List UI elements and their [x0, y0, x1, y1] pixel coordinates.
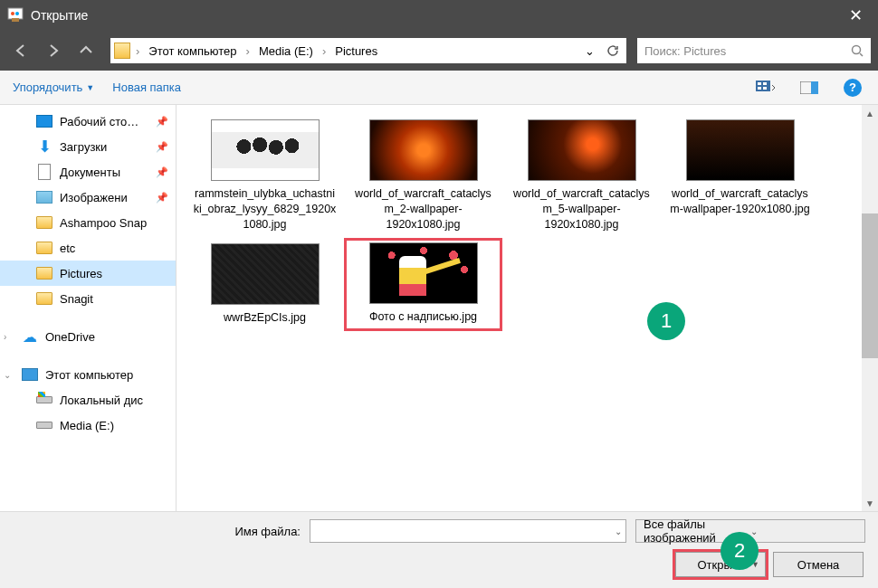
new-folder-button[interactable]: Новая папка — [112, 81, 181, 94]
thumbnail-image — [528, 119, 636, 181]
folder-icon — [114, 43, 130, 59]
breadcrumb-seg-1[interactable]: Media (E:) — [255, 43, 317, 60]
callout-1: 1 — [647, 302, 685, 340]
document-icon — [38, 164, 51, 180]
view-mode-button[interactable] — [753, 77, 778, 99]
close-button[interactable]: ✕ — [840, 5, 871, 25]
thumbnail-image — [211, 119, 320, 181]
pin-icon: 📌 — [156, 116, 168, 128]
file-thumb[interactable]: world_of_warcraft_cataclysm_2-wallpaper-… — [344, 114, 502, 238]
download-icon: ⬇ — [36, 138, 52, 155]
svg-rect-6 — [758, 82, 761, 85]
chevron-right-icon: › — [243, 44, 253, 58]
search-input[interactable]: Поиск: Pictures — [637, 38, 871, 63]
image-icon — [36, 191, 52, 204]
file-thumb[interactable]: world_of_warcraft_cataclysm_5-wallpaper-… — [502, 114, 661, 238]
breadcrumb-seg-0[interactable]: Этот компьютер — [145, 43, 240, 60]
nav-back-button[interactable] — [7, 37, 34, 64]
disk-icon — [36, 422, 52, 429]
scrollbar-thumb[interactable] — [862, 213, 878, 358]
chevron-down-icon[interactable]: ⌄ — [615, 526, 622, 536]
file-name-label: world_of_warcraft_cataclysm_5-wallpaper-… — [510, 186, 654, 232]
sidebar-item-images[interactable]: Изображени📌 — [0, 185, 176, 210]
file-name-label: rammstein_ulybka_uchastniki_obraz_lysyy_… — [193, 186, 338, 232]
filename-input[interactable]: ⌄ — [310, 519, 626, 543]
filename-label: Имя файла: — [234, 525, 301, 538]
cloud-icon: ☁ — [22, 328, 38, 345]
folder-icon — [36, 216, 52, 229]
nav-forward-button[interactable] — [40, 37, 67, 64]
help-button[interactable]: ? — [840, 77, 865, 99]
chevron-down-icon: ⌄ — [4, 370, 14, 380]
folder-icon — [36, 292, 52, 305]
address-dropdown-button[interactable]: ⌄ — [579, 41, 599, 61]
address-bar[interactable]: › Этот компьютер › Media (E:) › Pictures… — [110, 38, 626, 63]
svg-rect-5 — [756, 81, 770, 91]
svg-point-2 — [15, 12, 19, 15]
open-dialog: Открытие ✕ › Этот компьютер › Media (E:)… — [0, 0, 878, 588]
sidebar-item-ashampoo[interactable]: Ashampoo Snap — [0, 210, 176, 235]
nav-bar: › Этот компьютер › Media (E:) › Pictures… — [0, 31, 878, 71]
sidebar-item-media-disk[interactable]: Media (E:) — [0, 413, 176, 438]
svg-point-1 — [11, 12, 14, 15]
disk-icon — [36, 396, 52, 403]
chevron-down-icon: ⌄ — [750, 526, 857, 536]
sidebar-item-thispc[interactable]: ⌄Этот компьютер — [0, 362, 176, 387]
dialog-footer: Имя файла: ⌄ Все файлы изображений ⌄ Отк… — [0, 511, 878, 588]
sidebar-item-desktop[interactable]: Рабочий сто…📌 — [0, 109, 176, 134]
sidebar: Рабочий сто…📌 ⬇Загрузки📌 Документы📌 Изоб… — [0, 105, 177, 511]
svg-rect-8 — [758, 87, 761, 90]
thumbnail-image — [211, 243, 320, 305]
svg-point-4 — [853, 46, 861, 54]
sidebar-item-local-disk[interactable]: Локальный дис — [0, 387, 176, 413]
sidebar-item-etc[interactable]: etc — [0, 235, 176, 261]
file-pane[interactable]: rammstein_ulybka_uchastniki_obraz_lysyy_… — [177, 105, 878, 511]
pin-icon: 📌 — [156, 166, 168, 178]
callout-2: 2 — [721, 532, 759, 570]
preview-pane-button[interactable] — [797, 77, 822, 99]
pin-icon: 📌 — [156, 141, 168, 153]
chevron-right-icon: › — [4, 332, 14, 342]
chevron-right-icon: › — [132, 44, 143, 58]
scroll-down-icon[interactable]: ▼ — [862, 495, 878, 511]
search-icon — [851, 44, 864, 57]
desktop-icon — [36, 115, 52, 128]
svg-rect-11 — [811, 81, 818, 94]
toolbar: Упорядочить ▼ Новая папка ? — [0, 71, 878, 105]
sidebar-item-documents[interactable]: Документы📌 — [0, 159, 176, 185]
chevron-right-icon: › — [319, 44, 329, 58]
file-thumb[interactable]: rammstein_ulybka_uchastniki_obraz_lysyy_… — [186, 114, 344, 238]
titlebar: Открытие ✕ — [0, 0, 878, 31]
address-refresh-button[interactable] — [603, 41, 623, 61]
paint-app-icon — [7, 7, 24, 24]
breadcrumb-seg-2[interactable]: Pictures — [331, 43, 381, 60]
file-thumb[interactable]: Фото с надписью.jpg — [344, 238, 502, 331]
file-name-label: Фото с надписью.jpg — [369, 309, 477, 325]
thumbnail-image — [369, 242, 478, 304]
sidebar-item-onedrive[interactable]: ›☁OneDrive — [0, 324, 176, 349]
folder-icon — [36, 242, 52, 254]
pc-icon — [22, 368, 38, 381]
file-thumb[interactable]: wwrBzEpCIs.jpg — [186, 238, 344, 331]
sidebar-item-pictures[interactable]: Pictures — [0, 261, 176, 286]
help-icon: ? — [844, 79, 862, 97]
dialog-body: Рабочий сто…📌 ⬇Загрузки📌 Документы📌 Изоб… — [0, 105, 878, 511]
sidebar-item-snagit[interactable]: Snagit — [0, 286, 176, 311]
file-name-label: world_of_warcraft_cataclysm-wallpaper-19… — [668, 186, 813, 217]
nav-up-button[interactable] — [72, 37, 100, 64]
file-name-label: wwrBzEpCIs.jpg — [224, 310, 306, 326]
svg-rect-7 — [763, 82, 767, 85]
scrollbar-vertical[interactable]: ▲ ▼ — [862, 105, 878, 511]
pin-icon: 📌 — [156, 192, 168, 204]
file-name-label: world_of_warcraft_cataclysm_2-wallpaper-… — [351, 186, 496, 232]
organize-button[interactable]: Упорядочить ▼ — [13, 81, 94, 94]
file-thumb[interactable]: world_of_warcraft_cataclysm-wallpaper-19… — [661, 114, 819, 238]
thumbnail-image — [686, 119, 795, 181]
svg-rect-9 — [763, 87, 767, 90]
search-placeholder: Поиск: Pictures — [644, 44, 851, 58]
cancel-button[interactable]: Отмена — [773, 552, 864, 577]
scroll-up-icon[interactable]: ▲ — [862, 105, 878, 121]
dialog-title: Открытие — [31, 8, 840, 23]
sidebar-item-downloads[interactable]: ⬇Загрузки📌 — [0, 134, 176, 159]
thumbnail-image — [369, 119, 478, 181]
